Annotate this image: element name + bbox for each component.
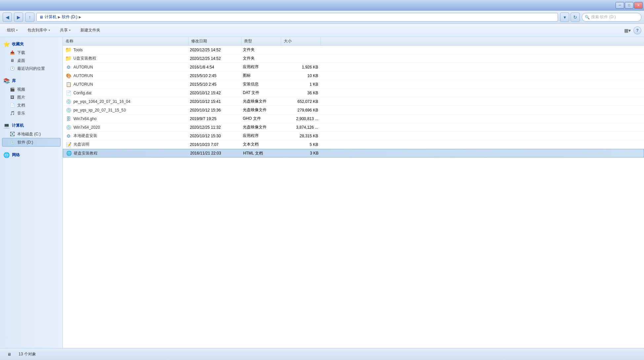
address-right: ▾ ↻ [560, 13, 580, 22]
table-row[interactable]: ⚙ AUTORUN 2016/1/8 4:54 应用程序 1,926 KB [63, 63, 644, 71]
forward-button[interactable]: ▶ [14, 13, 23, 22]
file-icon: 📝 [65, 142, 71, 148]
file-date: 2016/1/8 4:54 [189, 65, 241, 69]
file-name: Config.dat [73, 91, 92, 95]
file-type: HTML 文档 [242, 151, 281, 156]
table-row[interactable]: 📝 光盘说明 2016/10/23 7:07 文本文档 5 KB [63, 140, 644, 149]
new-folder-label: 新建文件夹 [80, 27, 100, 33]
file-name: Win7x64_2020 [73, 125, 100, 130]
main-layout: ⭐ 收藏夹 📥 下载 🖥 桌面 🕐 最近访问的位置 📚 库 🎬 [0, 37, 644, 348]
help-button[interactable]: ? [633, 26, 641, 34]
sidebar-favorites-header[interactable]: ⭐ 收藏夹 [2, 40, 61, 49]
pictures-icon: 🖼 [9, 94, 15, 100]
sidebar-desktop-label: 桌面 [17, 58, 25, 64]
sidebar-pictures-label: 图片 [17, 95, 25, 100]
computer-icon: 💻 [3, 122, 10, 129]
table-row[interactable]: 🎨 AUTORUN 2015/5/10 2:45 图标 10 KB [63, 71, 644, 80]
maximize-button[interactable]: □ [625, 2, 633, 9]
sidebar-network-header[interactable]: 🌐 网络 [2, 151, 61, 159]
file-icon: 📋 [65, 81, 71, 87]
column-header-size[interactable]: 大小 [281, 37, 321, 45]
file-type: 应用程序 [241, 64, 281, 70]
breadcrumb-separator-2: ▶ [79, 15, 81, 19]
desktop-icon: 🖥 [9, 58, 15, 64]
refresh-button[interactable]: ↻ [571, 13, 580, 22]
minimize-button[interactable]: ─ [616, 2, 624, 9]
include-button[interactable]: 包含到库中 ▾ [23, 25, 54, 35]
drive-c-icon: 💽 [9, 131, 15, 137]
table-row[interactable]: 📁 U盘安装教程 2020/12/25 14:52 文件夹 [63, 54, 644, 63]
organize-arrow: ▾ [16, 29, 18, 32]
breadcrumb-computer[interactable]: 计算机 [45, 14, 57, 20]
organize-label: 组织 [7, 27, 15, 33]
table-row[interactable]: 🗄 Win7x64.gho 2019/9/7 19:25 GHO 文件 2,90… [63, 114, 644, 123]
organize-button[interactable]: 组织 ▾ [3, 25, 22, 35]
back-button[interactable]: ◀ [3, 13, 12, 22]
sidebar-drive-c-label: 本地磁盘 (C:) [17, 131, 41, 137]
breadcrumb-drive[interactable]: 软件 (D:) [62, 14, 77, 20]
sidebar-item-video[interactable]: 🎬 视频 [2, 85, 61, 93]
new-folder-button[interactable]: 新建文件夹 [76, 25, 105, 35]
breadcrumb[interactable]: 🖥 计算机 ▶ 软件 (D:) ▶ [36, 13, 558, 22]
file-icon: 💿 [65, 99, 71, 105]
column-header-date[interactable]: 修改日期 [189, 37, 241, 45]
file-date: 2020/10/12 15:36 [189, 108, 241, 112]
table-row[interactable]: 💿 pe_yqs_xp_20_07_31_15_53 2020/10/12 15… [63, 106, 644, 114]
sidebar-computer-header[interactable]: 💻 计算机 [2, 121, 61, 130]
share-button[interactable]: 共享 ▾ [56, 25, 75, 35]
file-name: AUTORUN [73, 65, 93, 69]
search-box[interactable]: 🔍 搜索 软件 (D:) [582, 13, 641, 22]
view-button[interactable]: ▦ ▾ [623, 26, 632, 35]
table-row[interactable]: 📋 AUTORUN 2015/5/10 2:45 安装信息 1 KB [63, 80, 644, 89]
sidebar-download-label: 下载 [17, 50, 25, 56]
sidebar-item-download[interactable]: 📥 下载 [2, 49, 61, 57]
file-type: 光盘映像文件 [241, 124, 281, 130]
column-header-type[interactable]: 类型 [241, 37, 281, 45]
file-rows-container: 📁 Tools 2020/12/25 14:52 文件夹 📁 U盘安装教程 20… [63, 46, 644, 158]
sidebar-item-desktop[interactable]: 🖥 桌面 [2, 57, 61, 65]
file-date: 2019/9/7 19:25 [189, 116, 241, 121]
file-icon: 📁 [65, 47, 71, 53]
sidebar-item-drive-d[interactable]: 💿 软件 (D:) [2, 138, 61, 147]
close-button[interactable]: ✕ [634, 2, 643, 9]
file-icon: 💿 [65, 107, 71, 113]
file-type: 光盘映像文件 [241, 99, 281, 104]
file-type: 应用程序 [241, 133, 281, 139]
file-type: DAT 文件 [241, 90, 281, 96]
table-row[interactable]: 🌐 硬盘安装教程 2016/11/21 22:03 HTML 文档 3 KB [63, 149, 644, 158]
sidebar-item-pictures[interactable]: 🖼 图片 [2, 93, 61, 101]
table-row[interactable]: ⚙ 本地硬盘安装 2020/10/12 15:30 应用程序 28,315 KB [63, 132, 644, 140]
sidebar-item-music[interactable]: 🎵 音乐 [2, 109, 61, 117]
file-size: 3,874,126 ... [281, 125, 321, 130]
file-size: 28,315 KB [281, 134, 321, 138]
file-icon: 🌐 [66, 150, 72, 156]
music-icon: 🎵 [9, 110, 15, 116]
table-row[interactable]: 💿 Win7x64_2020 2020/12/25 11:32 光盘映像文件 3… [63, 123, 644, 132]
share-arrow: ▾ [69, 29, 70, 32]
sidebar-library-section: 📚 库 🎬 视频 🖼 图片 📄 文档 🎵 音乐 [2, 76, 61, 117]
column-header-name[interactable]: 名称 [63, 37, 189, 45]
sidebar: ⭐ 收藏夹 📥 下载 🖥 桌面 🕐 最近访问的位置 📚 库 🎬 [0, 37, 63, 348]
file-date: 2015/5/10 2:45 [189, 82, 241, 87]
file-name: 光盘说明 [73, 142, 89, 147]
sidebar-item-drive-c[interactable]: 💽 本地磁盘 (C:) [2, 130, 61, 138]
file-date: 2020/10/12 15:30 [189, 134, 241, 138]
file-date: 2016/10/23 7:07 [189, 142, 241, 147]
file-type: 图标 [241, 73, 281, 78]
sidebar-item-docs[interactable]: 📄 文档 [2, 101, 61, 109]
table-row[interactable]: 📁 Tools 2020/12/25 14:52 文件夹 [63, 46, 644, 54]
library-icon: 📚 [3, 78, 10, 84]
toolbar: 组织 ▾ 包含到库中 ▾ 共享 ▾ 新建文件夹 ▦ ▾ ? [0, 24, 644, 37]
file-size: 1 KB [281, 82, 321, 87]
dropdown-button[interactable]: ▾ [560, 13, 569, 22]
sidebar-library-header[interactable]: 📚 库 [2, 76, 61, 85]
sidebar-recent-label: 最近访问的位置 [17, 66, 45, 71]
file-icon: 🗄 [65, 116, 71, 122]
table-row[interactable]: 💿 pe_yqs_1064_20_07_31_16_04 2020/10/12 … [63, 97, 644, 106]
up-button[interactable]: ↑ [25, 13, 34, 22]
table-row[interactable]: 📄 Config.dat 2020/10/12 15:42 DAT 文件 36 … [63, 89, 644, 97]
sidebar-item-recent[interactable]: 🕐 最近访问的位置 [2, 65, 61, 72]
favorites-star-icon: ⭐ [3, 41, 10, 47]
sidebar-docs-label: 文档 [17, 103, 25, 108]
file-icon: ⚙ [65, 133, 71, 139]
